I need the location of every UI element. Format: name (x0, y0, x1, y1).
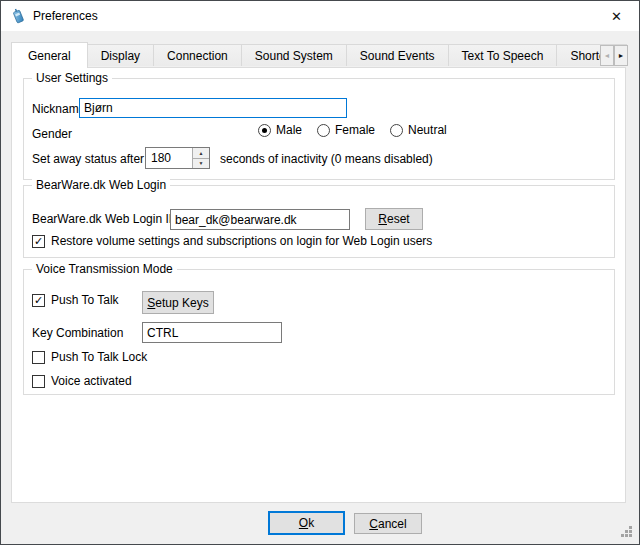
radio-female-icon (317, 124, 330, 137)
window-title: Preferences (33, 9, 98, 23)
tab-sound-events[interactable]: Sound Events (346, 44, 449, 66)
group-title: BearWare.dk Web Login (32, 178, 170, 192)
tab-display[interactable]: Display (87, 44, 154, 66)
close-icon: ✕ (611, 9, 622, 24)
checkbox-unchecked-icon[interactable] (32, 375, 45, 388)
setup-keys-button[interactable]: Setup Keys (142, 291, 214, 314)
gender-female-option[interactable]: Female (317, 123, 375, 137)
tab-sound-system[interactable]: Sound System (241, 44, 347, 66)
teamtalk-app-icon (10, 8, 26, 24)
reset-button[interactable]: Reset (365, 208, 423, 230)
key-combination-input[interactable] (142, 322, 282, 343)
away-status-label: Set away status after (32, 152, 144, 166)
away-seconds-spinner[interactable]: 180 ▲ ▼ (145, 147, 210, 169)
ok-button[interactable]: Ok (268, 511, 345, 535)
checkbox-unchecked-icon[interactable] (32, 351, 45, 364)
spinner-down-button[interactable]: ▼ (193, 159, 209, 169)
group-title: User Settings (32, 71, 112, 85)
nickname-input[interactable] (79, 98, 347, 118)
web-login-group: BearWare.dk Web Login BearWare.dk Web Lo… (23, 185, 615, 258)
voice-transmission-group: Voice Transmission Mode ✓ Push To Talk S… (23, 269, 615, 395)
gender-neutral-option[interactable]: Neutral (390, 123, 447, 137)
scroll-left-icon: ◄ (604, 52, 611, 59)
restore-volume-label: Restore volume settings and subscription… (51, 234, 432, 248)
push-to-talk-lock-checkbox-row[interactable]: Push To Talk Lock (32, 350, 147, 364)
web-login-id-input[interactable] (170, 209, 350, 230)
user-settings-group: User Settings Nickname Gender Male Femal… (23, 78, 615, 180)
scroll-right-icon: ► (618, 52, 625, 59)
tab-general[interactable]: General (11, 42, 88, 68)
away-seconds-value: 180 (146, 148, 192, 168)
gender-label: Gender (32, 127, 72, 141)
push-to-talk-label: Push To Talk (51, 293, 119, 307)
preferences-dialog: Preferences ✕ General Display Connection… (0, 0, 640, 545)
cancel-button[interactable]: Cancel (354, 513, 422, 534)
tab-connection[interactable]: Connection (153, 44, 242, 66)
close-button[interactable]: ✕ (594, 1, 639, 31)
spinner-up-button[interactable]: ▲ (193, 148, 209, 159)
gender-radio-group: Male Female Neutral (258, 123, 447, 137)
radio-male-icon (258, 124, 271, 137)
push-to-talk-checkbox-row[interactable]: ✓ Push To Talk (32, 293, 119, 307)
web-login-id-label: BearWare.dk Web Login ID (32, 212, 177, 226)
spin-up-icon: ▲ (199, 150, 204, 156)
tab-strip: General Display Connection Sound System … (11, 41, 627, 68)
resize-grip[interactable] (621, 526, 633, 538)
restore-volume-checkbox-row[interactable]: ✓ Restore volume settings and subscripti… (32, 234, 432, 248)
title-bar[interactable]: Preferences ✕ (1, 1, 639, 31)
key-combination-label: Key Combination (32, 326, 123, 340)
push-to-talk-lock-label: Push To Talk Lock (51, 350, 147, 364)
voice-activated-label: Voice activated (51, 374, 132, 388)
tab-scroll-right-button[interactable]: ► (614, 45, 628, 66)
group-title: Voice Transmission Mode (32, 262, 177, 276)
checkbox-checked-icon[interactable]: ✓ (32, 235, 45, 248)
nickname-label: Nickname (32, 102, 85, 116)
away-status-suffix: seconds of inactivity (0 means disabled) (220, 152, 433, 166)
voice-activated-checkbox-row[interactable]: Voice activated (32, 374, 132, 388)
tab-text-to-speech[interactable]: Text To Speech (448, 44, 558, 66)
gender-male-option[interactable]: Male (258, 123, 302, 137)
spin-down-icon: ▼ (199, 160, 204, 166)
checkbox-checked-icon[interactable]: ✓ (32, 294, 45, 307)
tab-scroll-left-button[interactable]: ◄ (600, 45, 614, 66)
radio-neutral-icon (390, 124, 403, 137)
